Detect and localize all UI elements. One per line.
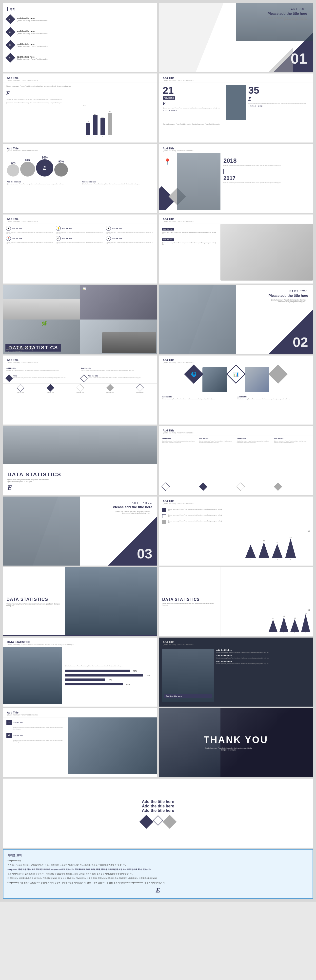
slide-four-items: Add Title Qianku has many PowerPoint tem…: [3, 355, 157, 425]
icon-5: ⚙: [56, 236, 61, 241]
toc-title: 목차: [7, 7, 153, 11]
slide-bar-chart-2: Add Title Qianku has many PowerPoint tem…: [159, 496, 313, 566]
slide-toc: 목차 01 add the title here Qianku has many…: [3, 3, 157, 72]
slide-add-titles-big: Add the title here Add the title here Ad…: [3, 779, 313, 848]
slide16-sub: Qianku has many PowerPoint templates: [163, 503, 309, 504]
bar2-item-3: Qianku has many PowerPoint templates tha…: [162, 520, 225, 524]
icon-4: 📍: [6, 236, 11, 241]
toc-item-title-3: add the title here: [17, 43, 48, 45]
thank-you-sub: Qianku has many PowerPoint templates tha…: [204, 747, 253, 751]
slide12-sub: Qianku has many PowerPoint templates: [163, 361, 309, 363]
slide16-title: Add Title: [163, 500, 309, 503]
icon-item-5: ⚙ Add the title Qianku has many PowerPoi…: [56, 236, 104, 245]
data-med2-sub: Qianku has many PowerPoint templates tha…: [162, 603, 217, 606]
part-two-label: PART TWO: [269, 290, 308, 293]
big-title-2: Add the title here: [142, 804, 174, 808]
diamond-text-2: Add the title Qianku has many PowerPoint…: [238, 396, 310, 399]
toc-item-title-2: add the title here: [17, 30, 48, 33]
slide21-sub: Qianku has many PowerPoint templates: [7, 714, 153, 716]
slide-stats-21-35: Add Title Qianku has many PowerPoint tem…: [159, 73, 313, 143]
part-one-num: 01: [290, 51, 307, 66]
notes-p3: 폰트 제작자의 허가 없이 임의로 수정하거나 재배포할 수 없습니다. 폰트를…: [7, 872, 309, 875]
notes-p1: 본 폰트는 무료로 제공되는 폰트입니다. 이 폰트는 개인적인 용도로만 사용…: [7, 864, 309, 867]
bar2-item-1: Qianku has many PowerPoint templates tha…: [162, 508, 225, 512]
slide11-title: Add Title: [7, 358, 153, 361]
diamond-img-2: [245, 368, 269, 392]
data-stat-big-title: DATA STATISTICS: [7, 471, 153, 478]
slide-part-one: PART ONE Please add the title here Qiank…: [159, 3, 313, 72]
toc-num-2: 02: [5, 27, 15, 37]
bottom-icon-2: Add the title: [36, 385, 64, 393]
part-two-subtitle: Please add the title here: [269, 294, 308, 298]
bottom-icon-3: Add the title: [66, 385, 94, 393]
icon-title-1: ✉ Add the title: [6, 720, 64, 725]
city-card-title-1: Add the title here: [164, 694, 212, 698]
box-1: Add the title Qianku has many PowerPoint…: [162, 438, 198, 490]
part-one-subtitle: Please add the title here: [268, 11, 307, 16]
icon-item-3: ★ Add the title Qianku has many PowerPoi…: [106, 226, 154, 234]
big-title-1: Add the title here: [142, 800, 174, 804]
data-med2-title: DATA STATISTICS: [162, 597, 217, 602]
slide-notes: 저작권 고지 Samplefont 제공 본 폰트는 무료로 제공되는 폰트입니…: [3, 849, 313, 899]
toc-item-1: 01 add the title here Qianku has many Po…: [7, 16, 153, 23]
slide-thank-you: THANK YOU Qianku has many PowerPoint tem…: [159, 708, 313, 777]
toc-item-4: 04 add the title here Qianku has many Po…: [7, 54, 153, 61]
e-logo-4: E: [163, 101, 223, 106]
notes-sub: Samplefont 제공: [7, 859, 309, 862]
circle-item-title-1: Add the title here: [7, 181, 78, 183]
four-item-2: Add the title Qianku has many PowerPoint…: [81, 368, 154, 371]
slide21-title: Add Title: [7, 711, 153, 714]
slide12-title: Add Title: [163, 358, 309, 361]
slide-progress: DATA STATISTICS Qianku has many PowerPoi…: [3, 638, 157, 706]
slide3-sub: Qianku has many PowerPoint templates: [7, 80, 153, 81]
e-logo-4b: E: [248, 97, 309, 102]
slide14-title: Add Title: [163, 429, 309, 432]
toc-item-sub-1: Qianku has many PowerPoint templates.: [17, 20, 48, 21]
part-three-subtitle: Please add the title here: [113, 505, 152, 509]
slide-city-cards: Add Title Qianku has many PowerPoint tem…: [159, 638, 313, 706]
slide7-title: Add Title: [7, 218, 153, 220]
part-three-desc: Qianku has many PowerPoint templates tha…: [113, 511, 150, 514]
slide4-sub: Qianku has many PowerPoint templates: [163, 80, 309, 81]
box-2: Add the title Qianku has many PowerPoint…: [199, 438, 235, 490]
data-med-sub: Qianku has many PowerPoint templates tha…: [6, 603, 61, 606]
data-stat-text: Qianku has many PowerPoint: [6, 347, 154, 348]
slide7-sub: Qianku has many PowerPoint templates: [7, 220, 153, 222]
slide6-sub: Qianku has many PowerPoint templates: [163, 150, 309, 152]
bottom-icon-4: Add the title: [96, 385, 124, 393]
slide5-sub: Qianku has many PowerPoint templates: [7, 150, 153, 152]
stat-21: 21: [163, 85, 223, 95]
icon-2: 💡: [56, 226, 61, 231]
stat-21-label: Title HERE: [163, 96, 175, 100]
notes-p2: Samplefont 에서 제공 하는 모든 폰트의 저작권은 Samplefo…: [7, 868, 309, 871]
data-stat-big-sub: Qianku has many PowerPoint templates tha…: [7, 479, 57, 482]
icon-label-6: Add the title: [112, 238, 122, 239]
data-med-title: DATA STATISTICS: [6, 597, 61, 602]
slide-diamond-icons: Add Title Qianku has many PowerPoint tem…: [159, 355, 313, 425]
progress-3: 45%: [65, 678, 154, 681]
icon-item-6: ⚑ Add the title Qianku has many PowerPoi…: [106, 236, 154, 245]
slide14-sub: Qianku has many PowerPoint templates: [163, 432, 309, 434]
diamond-text-1: Add the title Qianku has many PowerPoint…: [162, 396, 235, 399]
slide-data-medium: DATA STATISTICS Qianku has many PowerPoi…: [3, 567, 157, 636]
slide-four-boxes: Add Title Qianku has many PowerPoint tem…: [159, 426, 313, 495]
slide4-title: Add Title: [163, 76, 309, 80]
icon-6: ⚑: [106, 236, 111, 241]
year-2017: 2017: [223, 175, 310, 181]
slide-bar-chart: Add Title Qianku has many PowerPoint tem…: [3, 73, 157, 143]
icon-item-1: ★ Add the title Qianku has many PowerPoi…: [6, 226, 54, 234]
two-item-title-1: Add the title: [162, 228, 174, 231]
icon-label-3: Add the title: [112, 228, 122, 229]
icon-label-5: Add the title: [62, 238, 72, 239]
notes-e-logo: E: [156, 886, 160, 894]
part-two-num: 02: [293, 335, 308, 349]
slide-data-stat-big: DATA STATISTICS Qianku has many PowerPoi…: [3, 426, 157, 495]
city-text-2: Add the title here Qianku has many Power…: [216, 655, 310, 659]
slide6-title: Add Title: [163, 147, 309, 150]
bottom-icon-5: Add the title: [126, 385, 154, 393]
part-three-label: PART THREE: [113, 501, 152, 504]
slide5-title: Add Title: [7, 147, 153, 150]
box-4: Add the title Qianku has many PowerPoint…: [274, 438, 310, 490]
thank-you-title: THANK YOU: [204, 735, 268, 745]
stats-desc: Qianku has many PowerPoint templates Qia…: [159, 122, 313, 126]
